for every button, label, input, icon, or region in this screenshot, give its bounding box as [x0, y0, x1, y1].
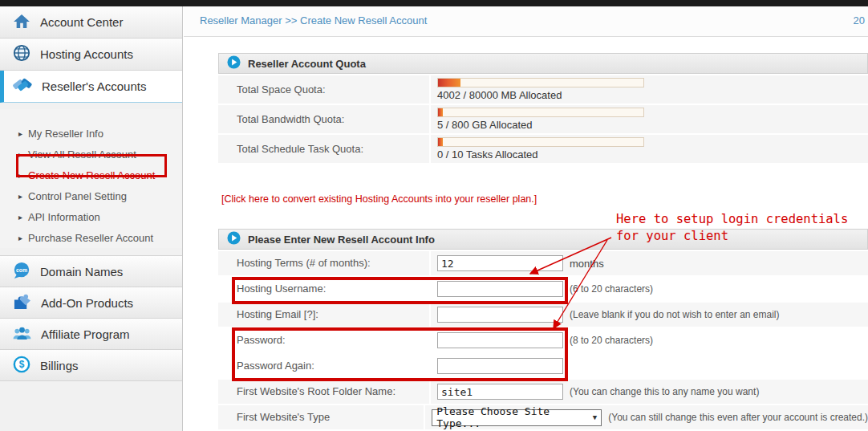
quota-label: Total Schedule Task Quota:	[218, 135, 429, 163]
field-label: Hosting Username:	[218, 277, 429, 301]
months-suffix: months	[570, 258, 604, 270]
password-again-input[interactable]	[437, 358, 563, 374]
website-type-select[interactable]: Please Choose Site Type... ▼	[432, 409, 602, 426]
sidebar-subitem-control-panel-setting[interactable]: ▸ Control Panel Setting	[0, 185, 182, 206]
sidebar-item-label: Add-On Products	[41, 296, 133, 310]
reseller-account-quota-panel: Reseller Account Quota Total Space Quota…	[218, 53, 868, 163]
field-hint: (You can change this to any name you wan…	[570, 386, 759, 397]
sidebar-item-resellers-accounts[interactable]: Reseller's Accounts	[0, 71, 182, 103]
sidebar-subitem-my-reseller-info[interactable]: ▸ My Reseller Info	[0, 123, 182, 144]
breadcrumb[interactable]: Reseller Manager >> Create New Resell Ac…	[200, 14, 427, 26]
bandwidth-quota-progressbar	[437, 108, 644, 117]
subitem-label: Control Panel Setting	[28, 190, 127, 202]
dollar-icon: $	[13, 356, 30, 376]
svg-text:$: $	[19, 359, 25, 370]
quota-row-space: Total Space Quota: 4002 / 80000 MB Alloc…	[218, 75, 868, 104]
field-label: Password Again:	[218, 354, 429, 378]
sidebar-item-label: Account Center	[40, 15, 123, 29]
handshake-icon	[13, 76, 32, 96]
field-hint: (You can still change this even after yo…	[608, 412, 868, 423]
form-row-password: Password: (8 to 20 characters)	[218, 328, 868, 352]
quota-panel-header: Reseller Account Quota	[218, 53, 868, 74]
form-row-hosting-username: Hosting Username: (6 to 20 characters)	[218, 277, 868, 301]
hosting-username-input[interactable]	[437, 281, 563, 297]
sidebar-item-domain-names[interactable]: com Domain Names	[0, 256, 182, 287]
quota-row-bandwidth: Total Bandwidth Quota: 5 / 800 GB Alloca…	[218, 105, 868, 133]
home-icon	[13, 14, 30, 31]
breadcrumb-bar: Reseller Manager >> Create New Resell Ac…	[184, 6, 868, 37]
subitem-label: My Reseller Info	[28, 128, 103, 140]
subitem-label: Create New Resell Account	[28, 169, 155, 181]
select-value: Please Choose Site Type...	[436, 405, 593, 429]
subitem-label: View All Resell Account	[28, 148, 136, 161]
reseller-submenu: ▸ My Reseller Info ▸ View All Resell Acc…	[0, 109, 182, 248]
form-row-website-type: First Website's Type Please Choose Site …	[218, 405, 868, 429]
form-row-hosting-terms: Hosting Terms (# of months): months	[218, 251, 868, 275]
field-hint: (6 to 20 characters)	[570, 283, 653, 295]
form-panel-title: Please Enter New Resell Account Info	[248, 234, 435, 246]
triangle-bullet-icon: ▸	[18, 234, 22, 242]
svg-text:com: com	[16, 266, 27, 272]
sidebar: Account Center Hosting Accounts Reseller…	[0, 6, 183, 431]
subitem-label: Purchase Reseller Account	[28, 232, 153, 244]
space-quota-progressbar	[437, 78, 644, 87]
quota-label: Total Bandwidth Quota:	[218, 105, 429, 133]
hosting-email-input[interactable]	[437, 307, 563, 323]
top-black-bar	[0, 0, 868, 6]
convert-accounts-link[interactable]: [Click here to convert existing Hosting …	[221, 193, 537, 205]
puzzle-icon	[13, 293, 31, 312]
progressbar-fill	[438, 138, 443, 146]
quota-value-text: 4002 / 80000 MB Allocated	[437, 89, 644, 101]
sidebar-item-label: Reseller's Accounts	[42, 79, 146, 93]
progressbar-fill	[438, 108, 443, 116]
field-label: Hosting Email [?]:	[218, 303, 429, 327]
field-label: Hosting Terms (# of months):	[218, 251, 429, 275]
chevron-down-icon: ▼	[593, 413, 597, 421]
triangle-bullet-icon: ▸	[18, 213, 22, 222]
people-icon	[13, 325, 31, 344]
progressbar-fill	[438, 79, 460, 87]
new-resell-account-form-panel: Please Enter New Resell Account Info Hos…	[218, 229, 868, 429]
sidebar-subitem-purchase-reseller-account[interactable]: ▸ Purchase Reseller Account	[0, 227, 182, 248]
quota-panel-title: Reseller Account Quota	[248, 58, 366, 70]
sidebar-subitem-create-new-resell-account[interactable]: ▸ Create New Resell Account	[0, 165, 182, 185]
sidebar-item-label: Affiliate Program	[41, 327, 130, 341]
form-row-password-again: Password Again:	[218, 354, 868, 378]
sidebar-bottom-group: com Domain Names Add-On Products Affilia…	[0, 255, 182, 381]
globe-icon	[13, 44, 30, 64]
form-panel-header: Please Enter New Resell Account Info	[218, 229, 868, 250]
quota-value-text: 0 / 10 Tasks Allocated	[437, 148, 644, 161]
password-input[interactable]	[437, 332, 563, 348]
triangle-bullet-icon: ▸	[18, 129, 22, 138]
sidebar-item-add-on-products[interactable]: Add-On Products	[0, 287, 182, 319]
field-hint: (Leave blank if you do not wish to enter…	[570, 309, 779, 320]
field-label: First Website's Root Folder Name:	[218, 380, 429, 404]
triangle-bullet-icon: ▸	[18, 192, 22, 201]
field-label: First Website's Type	[218, 405, 424, 429]
form-row-hosting-email: Hosting Email [?]: (Leave blank if you d…	[218, 303, 868, 327]
com-bubble-icon: com	[13, 262, 30, 282]
blue-arrow-bullet-icon	[227, 231, 241, 247]
sidebar-item-hosting-accounts[interactable]: Hosting Accounts	[0, 39, 182, 71]
blue-arrow-bullet-icon	[227, 55, 241, 71]
hosting-terms-input[interactable]	[437, 255, 563, 271]
sidebar-item-label: Billings	[40, 359, 79, 372]
sidebar-item-billings[interactable]: $ Billings	[0, 350, 182, 381]
quota-row-schedule-task: Total Schedule Task Quota: 0 / 10 Tasks …	[218, 135, 868, 163]
root-folder-input[interactable]	[437, 384, 563, 400]
sidebar-subitem-view-all-resell-account[interactable]: ▸ View All Resell Account	[0, 144, 182, 165]
triangle-bullet-icon: ▸	[18, 150, 22, 159]
annotation-line1: Here to setup login credentials	[616, 211, 848, 228]
task-quota-progressbar	[437, 137, 644, 147]
date-text: 20	[854, 14, 865, 26]
field-hint: (8 to 20 characters)	[570, 335, 653, 346]
sidebar-item-account-center[interactable]: Account Center	[0, 6, 182, 39]
sidebar-item-affiliate-program[interactable]: Affiliate Program	[0, 319, 182, 350]
subitem-label: API Information	[28, 211, 100, 223]
sidebar-subitem-api-information[interactable]: ▸ API Information	[0, 206, 182, 227]
quota-value-text: 5 / 800 GB Allocated	[437, 119, 644, 131]
form-row-root-folder: First Website's Root Folder Name: (You c…	[218, 380, 868, 404]
sidebar-item-label: Domain Names	[40, 265, 123, 279]
triangle-bullet-icon: ▸	[18, 171, 22, 180]
sidebar-item-label: Hosting Accounts	[40, 47, 133, 61]
